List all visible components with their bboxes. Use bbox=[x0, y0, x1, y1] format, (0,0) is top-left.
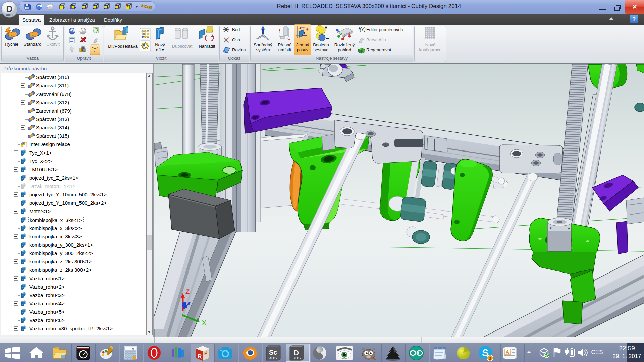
svg-text:3DS: 3DS bbox=[269, 356, 277, 360]
svg-text:3DS: 3DS bbox=[6, 13, 13, 17]
svg-text:Z: Z bbox=[185, 288, 190, 295]
svg-text:R: R bbox=[198, 352, 202, 360]
svg-text:P: P bbox=[204, 350, 207, 356]
svg-text:3DS: 3DS bbox=[293, 356, 301, 360]
svg-text:0: 0 bbox=[132, 347, 134, 351]
svg-text:D: D bbox=[6, 4, 13, 14]
svg-text:A: A bbox=[506, 349, 509, 355]
svg-text:Sc: Sc bbox=[269, 349, 277, 356]
svg-text:X: X bbox=[202, 319, 206, 326]
svg-text:3: 3 bbox=[489, 356, 491, 361]
